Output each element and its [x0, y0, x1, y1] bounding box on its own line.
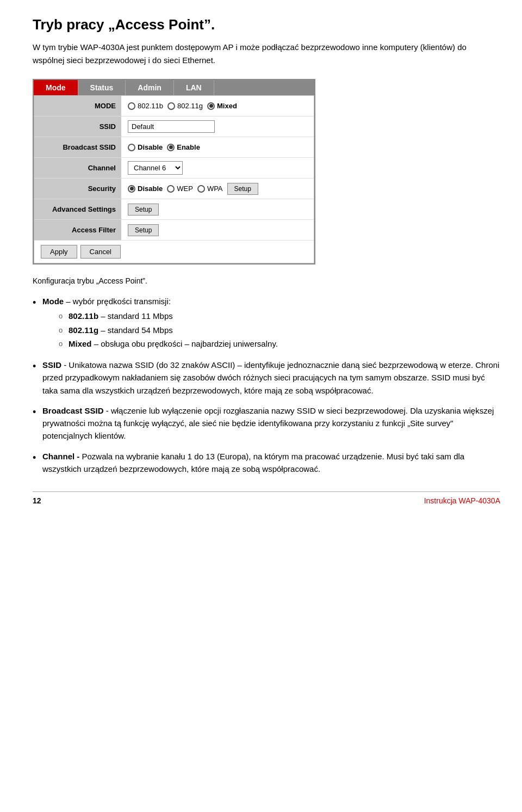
channel-value: Channel 6 Channel 1 Channel 2 Channel 3 … — [121, 158, 314, 178]
sub-bullet-mixed: Mixed – obsługa obu prędkości – najbardz… — [59, 337, 500, 350]
bullet-dot-broadcast: • — [33, 405, 42, 420]
bullet-dot-mode: • — [33, 296, 42, 311]
mode-label: MODE — [34, 96, 121, 116]
sub-bullet-80211b: 802.11b – standard 11 Mbps — [59, 310, 500, 322]
ssid-label: SSID — [34, 116, 121, 137]
broadcast-enable-option[interactable]: Enable — [167, 143, 200, 151]
bullet-text-mode: Mode – wybór prędkości transmisji: 802.1… — [42, 295, 500, 351]
security-wpa-option[interactable]: WPA — [197, 184, 223, 193]
security-wep-option[interactable]: WEP — [167, 184, 193, 193]
broadcast-ssid-value: Disable Enable — [121, 140, 314, 155]
advanced-settings-label: Advanced Settings — [34, 199, 121, 219]
tab-admin[interactable]: Admin — [126, 80, 174, 95]
radio-mixed — [207, 102, 215, 110]
bullet-mode: • Mode – wybór prędkości transmisji: 802… — [33, 295, 500, 351]
footer-page-number: 12 — [33, 496, 41, 505]
mode-option-mixed[interactable]: Mixed — [207, 102, 237, 110]
broadcast-ssid-row: Broadcast SSID Disable Enable — [34, 137, 314, 158]
cancel-button[interactable]: Cancel — [80, 245, 121, 259]
advanced-settings-value: Setup — [121, 200, 314, 219]
bullet-broadcast-ssid: • Broadcast SSID - włączenie lub wyłącze… — [33, 404, 500, 442]
router-panel: Mode Status Admin LAN MODE 802.11b 802.1… — [33, 79, 315, 264]
nav-tabs: Mode Status Admin LAN — [34, 80, 314, 95]
bullet-section: • Mode – wybór prędkości transmisji: 802… — [33, 295, 500, 475]
tab-status[interactable]: Status — [78, 80, 126, 95]
security-label: Security — [34, 179, 121, 199]
mode-row: MODE 802.11b 802.11g Mixed — [34, 96, 314, 116]
page-title: Tryb pracy „Access Point”. — [33, 16, 500, 33]
mode-value: 802.11b 802.11g Mixed — [121, 99, 314, 113]
mode-option-80211g[interactable]: 802.11g — [167, 102, 203, 110]
security-disable-option[interactable]: Disable — [128, 184, 163, 193]
access-filter-row: Access Filter Setup — [34, 220, 314, 241]
radio-security-disable — [128, 185, 135, 193]
ssid-input[interactable] — [128, 120, 215, 133]
footer-brand: Instrukcja WAP-4030A — [424, 496, 500, 505]
advanced-settings-row: Advanced Settings Setup — [34, 199, 314, 220]
bullet-channel: • Channel - Pozwala na wybranie kanału 1… — [33, 450, 500, 476]
bullet-text-ssid: SSID - Unikatowa nazwa SSID (do 32 znakó… — [42, 359, 500, 397]
channel-select[interactable]: Channel 6 Channel 1 Channel 2 Channel 3 … — [128, 161, 183, 175]
radio-broadcast-disable — [128, 144, 135, 151]
radio-80211b — [128, 102, 135, 110]
action-row: Apply Cancel — [34, 241, 314, 263]
panel-caption: Konfiguracja trybu „Access Point”. — [33, 276, 500, 285]
channel-label: Channel — [34, 158, 121, 178]
radio-80211g — [167, 102, 175, 110]
radio-security-wpa — [197, 185, 205, 193]
sub-bullet-80211g: 802.11g – standard 54 Mbps — [59, 324, 500, 336]
tab-mode[interactable]: Mode — [34, 80, 78, 95]
channel-row: Channel Channel 6 Channel 1 Channel 2 Ch… — [34, 158, 314, 179]
access-filter-setup-button[interactable]: Setup — [128, 224, 159, 236]
bullet-text-channel: Channel - Pozwala na wybranie kanału 1 d… — [42, 450, 500, 476]
apply-button[interactable]: Apply — [41, 245, 77, 259]
access-filter-label: Access Filter — [34, 220, 121, 240]
ssid-row: SSID — [34, 116, 314, 137]
mode-sub-bullets: 802.11b – standard 11 Mbps 802.11g – sta… — [42, 310, 500, 350]
bullet-text-broadcast: Broadcast SSID - włączenie lub wyłączeni… — [42, 404, 500, 442]
broadcast-disable-option[interactable]: Disable — [128, 143, 163, 151]
security-row: Security Disable WEP WPA Setup — [34, 179, 314, 199]
bullet-ssid: • SSID - Unikatowa nazwa SSID (do 32 zna… — [33, 359, 500, 397]
security-value: Disable WEP WPA Setup — [121, 180, 314, 198]
intro-paragraph: W tym trybie WAP-4030A jest punktem dost… — [33, 41, 500, 67]
tab-lan[interactable]: LAN — [174, 80, 214, 95]
bullet-dot-ssid: • — [33, 359, 42, 374]
radio-broadcast-enable — [167, 144, 175, 151]
security-setup-button[interactable]: Setup — [227, 183, 258, 195]
panel-body: MODE 802.11b 802.11g Mixed SSID — [34, 95, 314, 263]
broadcast-ssid-label: Broadcast SSID — [34, 137, 121, 157]
radio-security-wep — [167, 185, 175, 193]
advanced-settings-setup-button[interactable]: Setup — [128, 204, 159, 216]
mode-option-80211b[interactable]: 802.11b — [128, 102, 163, 110]
ssid-value — [121, 117, 314, 136]
access-filter-value: Setup — [121, 221, 314, 239]
bullet-dot-channel: • — [33, 451, 42, 466]
page-footer: 12 Instrukcja WAP-4030A — [33, 491, 500, 505]
